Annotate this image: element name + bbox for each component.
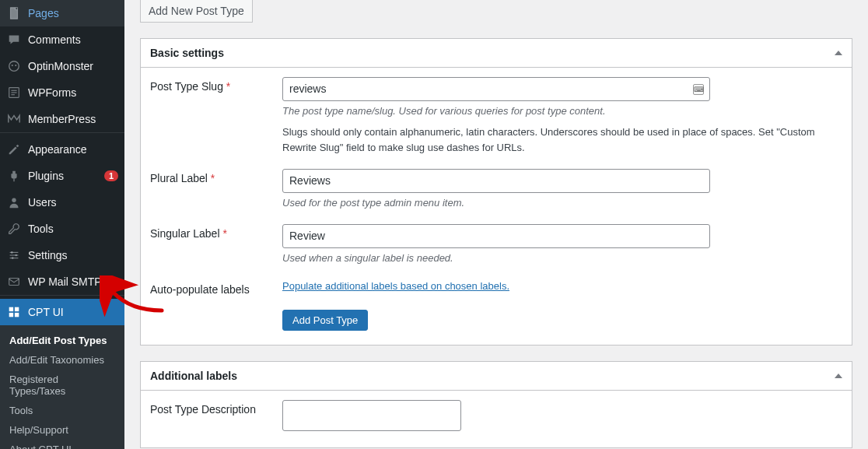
required-indicator: * <box>222 227 226 240</box>
field-label-description: Post Type Description <box>150 400 282 416</box>
svg-rect-20 <box>15 313 19 317</box>
svg-point-1 <box>9 61 19 72</box>
field-label-singular: Singular Label * <box>150 224 282 240</box>
menu-label: MemberPress <box>28 113 118 125</box>
field-row-description: Post Type Description <box>150 400 842 433</box>
submenu-registered-types[interactable]: Registered Types/Taxes <box>0 370 124 401</box>
help-text: Used when a singular label is needed. <box>282 251 842 265</box>
wpforms-icon <box>6 85 22 100</box>
field-row-plural: Plural Label * Used for the post type ad… <box>150 169 842 210</box>
panel-additional-labels: Additional labels Post Type Description <box>140 361 852 448</box>
optinmonster-icon <box>6 58 22 74</box>
panel-header-additional[interactable]: Additional labels <box>141 362 852 391</box>
svg-point-9 <box>12 198 16 202</box>
submenu-add-edit-taxonomies[interactable]: Add/Edit Taxonomies <box>0 350 124 370</box>
pages-icon <box>6 5 22 21</box>
cptui-submenu: Add/Edit Post Types Add/Edit Taxonomies … <box>0 325 124 449</box>
panel-header-basic[interactable]: Basic settings <box>141 39 852 68</box>
svg-point-13 <box>11 251 13 254</box>
add-post-type-button[interactable]: Add Post Type <box>282 310 368 331</box>
menu-item-wpmailsmtp[interactable]: WP Mail SMTP <box>0 268 124 295</box>
keyboard-icon: ⌨ <box>693 84 704 95</box>
menu-label: WPForms <box>28 86 118 99</box>
field-label-plural: Plural Label * <box>150 169 282 184</box>
panel-title: Additional labels <box>150 370 237 382</box>
submenu-about[interactable]: About CPT UI <box>0 440 124 449</box>
field-label-slug: Post Type Slug * <box>150 77 282 93</box>
menu-label: Tools <box>28 223 118 235</box>
caret-up-icon <box>835 374 842 378</box>
menu-item-settings[interactable]: Settings <box>0 242 124 268</box>
svg-point-15 <box>12 257 14 259</box>
post-type-slug-input[interactable] <box>282 77 710 101</box>
submenu-help-support[interactable]: Help/Support <box>0 420 124 440</box>
submenu-add-edit-post-types[interactable]: Add/Edit Post Types <box>0 331 124 350</box>
plural-label-input[interactable] <box>282 169 710 193</box>
plugin-update-badge: 1 <box>104 170 118 181</box>
menu-label: Settings <box>28 249 118 261</box>
desc-text: Slugs should only contain alphanumeric, … <box>282 125 842 155</box>
panel-body: Post Type Slug * ⌨ The post type name/sl… <box>141 68 852 345</box>
settings-icon <box>6 247 22 263</box>
panel-body: Post Type Description <box>141 391 852 447</box>
main-content: Add New Post Type Basic settings Post Ty… <box>124 0 868 449</box>
menu-item-comments[interactable]: Comments <box>0 26 124 53</box>
svg-point-2 <box>12 65 13 66</box>
required-indicator: * <box>211 172 215 184</box>
appearance-icon <box>6 142 22 157</box>
memberpress-icon <box>6 111 22 127</box>
caret-up-icon <box>835 51 842 55</box>
menu-label: Plugins <box>28 170 101 182</box>
menu-item-memberpress[interactable]: MemberPress <box>0 106 124 132</box>
svg-point-3 <box>15 65 16 66</box>
svg-point-14 <box>15 254 17 257</box>
menu-item-pages[interactable]: Pages <box>0 0 124 26</box>
auto-populate-link[interactable]: Populate additional labels based on chos… <box>282 280 509 292</box>
svg-rect-16 <box>9 279 19 286</box>
tools-icon <box>6 221 22 237</box>
menu-label: CPT UI <box>28 306 118 318</box>
menu-label: OptinMonster <box>28 60 118 72</box>
menu-item-tools[interactable]: Tools <box>0 216 124 242</box>
panel-title: Basic settings <box>150 47 224 59</box>
help-text: Used for the post type admin menu item. <box>282 196 842 210</box>
comments-icon <box>6 32 22 47</box>
menu-item-plugins[interactable]: Plugins 1 <box>0 163 124 189</box>
field-row-auto-populate: Auto-populate labels Populate additional… <box>150 280 842 296</box>
singular-label-input[interactable] <box>282 224 710 248</box>
cptui-icon <box>6 304 22 320</box>
field-label-auto: Auto-populate labels <box>150 280 282 296</box>
menu-label: Appearance <box>28 143 118 156</box>
svg-rect-19 <box>9 313 13 317</box>
tab-add-new-post-type[interactable]: Add New Post Type <box>140 0 253 23</box>
mail-icon <box>6 274 22 289</box>
post-type-description-input[interactable] <box>282 400 461 431</box>
submit-row: Add Post Type <box>150 310 842 331</box>
panel-basic-settings: Basic settings Post Type Slug * ⌨ The po… <box>140 38 852 346</box>
menu-label: Pages <box>28 7 118 19</box>
admin-sidebar: Pages Comments OptinMonster WPForms Memb… <box>0 0 124 449</box>
menu-label: Users <box>28 196 118 209</box>
submenu-tools[interactable]: Tools <box>0 401 124 420</box>
menu-item-appearance[interactable]: Appearance <box>0 136 124 163</box>
menu-label: Comments <box>28 33 118 46</box>
required-indicator: * <box>226 80 230 93</box>
field-input-wrap: ⌨ The post type name/slug. Used for vari… <box>282 77 842 155</box>
field-row-slug: Post Type Slug * ⌨ The post type name/sl… <box>150 77 842 155</box>
menu-label: WP Mail SMTP <box>28 275 118 288</box>
svg-rect-18 <box>15 307 19 311</box>
tab-bar: Add New Post Type <box>140 0 852 23</box>
users-icon <box>6 195 22 210</box>
menu-item-optinmonster[interactable]: OptinMonster <box>0 53 124 79</box>
help-text: The post type name/slug. Used for variou… <box>282 104 842 118</box>
svg-rect-17 <box>9 307 13 311</box>
plugins-icon <box>6 168 22 184</box>
menu-item-wpforms[interactable]: WPForms <box>0 79 124 106</box>
menu-item-users[interactable]: Users <box>0 189 124 216</box>
menu-item-cptui[interactable]: CPT UI <box>0 299 124 325</box>
field-row-singular: Singular Label * Used when a singular la… <box>150 224 842 265</box>
